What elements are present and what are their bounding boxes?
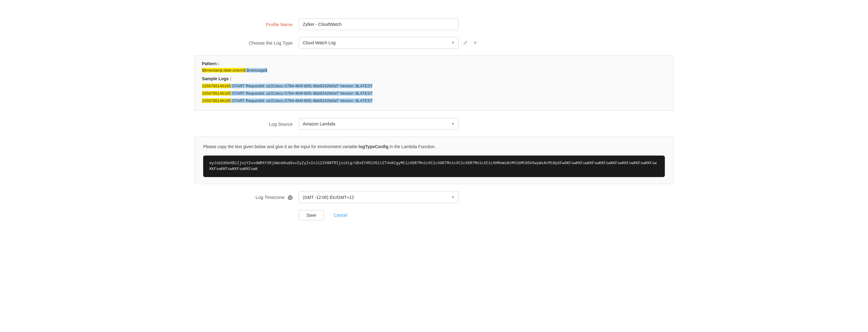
log-source-row: Log Source Amazon LambdaAmazon EC2Custom… xyxy=(194,118,674,130)
log-type-select-wrapper: Cloud Watch LogSyslogApache Access Log ▼ xyxy=(299,37,459,49)
log-type-icons xyxy=(462,39,479,47)
profile-name-label: Profile Name xyxy=(194,22,299,27)
log-timezone-select[interactable]: (GMT -12:00) Etc/GMT+12(GMT -11:00) Etc/… xyxy=(299,191,459,203)
log-source-label: Log Source xyxy=(194,121,299,127)
sample-log-1-timestamp: 1556785146165 xyxy=(202,84,231,88)
profile-name-input[interactable] xyxy=(299,19,459,30)
pattern-timestamp-highlight: $timestamp:date:unixm$ xyxy=(202,68,246,72)
log-timezone-select-wrapper: (GMT -12:00) Etc/GMT+12(GMT -11:00) Etc/… xyxy=(299,191,459,203)
log-source-select-wrapper: Amazon LambdaAmazon EC2Custom ▼ xyxy=(299,118,459,130)
sample-log-1-text: START RequestId: a1013ecc-5794-464f-80f1… xyxy=(231,84,373,88)
sample-log-1: 1556785146165 START RequestId: a1013ecc-… xyxy=(202,83,666,89)
sample-log-2-timestamp: 1556785146165 xyxy=(202,91,231,96)
pattern-message-highlight: $message$ xyxy=(246,68,268,72)
log-timezone-row: Log Timezone i (GMT -12:00) Etc/GMT+12(G… xyxy=(194,191,674,203)
edit-icon[interactable] xyxy=(462,39,469,47)
log-source-select[interactable]: Amazon LambdaAmazon EC2Custom xyxy=(299,118,459,130)
profile-name-row: Profile Name xyxy=(194,19,674,30)
pattern-label: Pattern : xyxy=(202,61,666,66)
sample-log-3-text: START RequestId: a1013ecc-5794-464f-80f1… xyxy=(231,98,373,103)
timezone-info-icon[interactable]: i xyxy=(288,195,292,200)
log-type-row: Choose the Log Type Cloud Watch LogSyslo… xyxy=(194,37,674,49)
sample-log-2: 1556785146165 START RequestId: a1013ecc-… xyxy=(202,90,666,97)
add-icon[interactable] xyxy=(471,39,479,47)
sample-log-2-text: START RequestId: a1013ecc-5794-464f-80f1… xyxy=(231,91,373,96)
code-block[interactable]: eyJsb2dUeXBlIjoiY2xvdWRXYXRjbWcm9udGxvZy… xyxy=(203,155,665,177)
cancel-button[interactable]: Cancel xyxy=(329,210,352,220)
lambda-info-box: Please copy the text given below and giv… xyxy=(194,137,674,184)
log-timezone-label: Log Timezone i xyxy=(194,194,299,201)
variable-name: logTypeConfig xyxy=(359,144,389,149)
pattern-box: Pattern : $timestamp:date:unixm$ $messag… xyxy=(194,55,674,111)
log-type-select[interactable]: Cloud Watch LogSyslogApache Access Log xyxy=(299,37,459,49)
info-text: Please copy the text given below and giv… xyxy=(203,144,665,150)
sample-logs-label: Sample Logs : xyxy=(202,76,666,81)
log-type-label: Choose the Log Type xyxy=(194,40,299,46)
button-row: Save Cancel xyxy=(194,210,674,220)
sample-log-3: 1556785146165 START RequestId: a1013ecc-… xyxy=(202,98,666,104)
pattern-value: $timestamp:date:unixm$ $message$ xyxy=(202,68,666,72)
save-button[interactable]: Save xyxy=(299,210,324,220)
main-container: Profile Name Choose the Log Type Cloud W… xyxy=(194,12,674,227)
sample-log-3-timestamp: 1556785146165 xyxy=(202,98,231,103)
